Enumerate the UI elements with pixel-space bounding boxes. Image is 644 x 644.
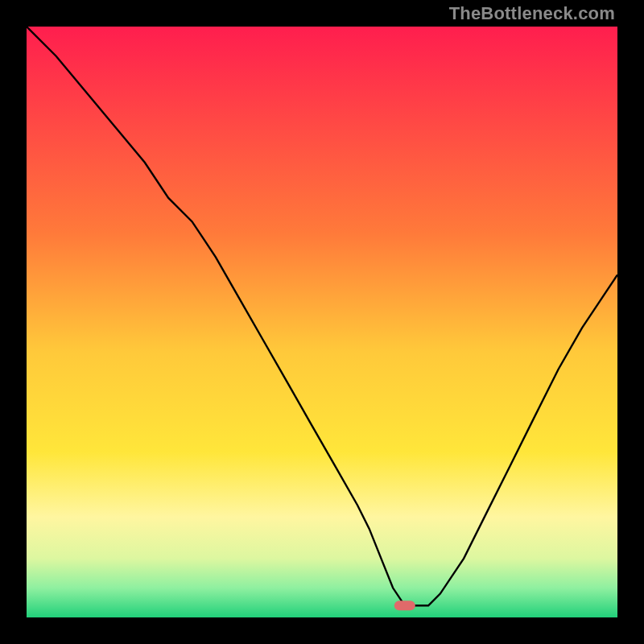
gradient-background bbox=[27, 27, 617, 617]
watermark-label: TheBottleneck.com bbox=[449, 3, 615, 24]
chart-svg bbox=[27, 27, 617, 617]
plot-area bbox=[27, 27, 617, 617]
optimal-marker bbox=[394, 601, 415, 610]
chart-frame: TheBottleneck.com bbox=[0, 0, 644, 644]
